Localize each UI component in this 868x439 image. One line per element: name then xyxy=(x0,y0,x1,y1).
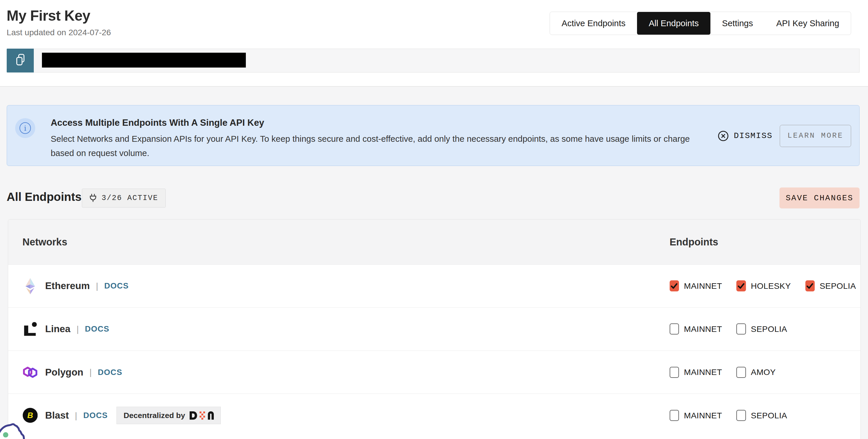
tab-bar: Active EndpointsAll EndpointsSettingsAPI… xyxy=(550,12,851,35)
endpoint-amoy: AMOY xyxy=(736,367,776,378)
endpoint-mainnet: MAINNET xyxy=(670,367,722,378)
endpoint-label: MAINNET xyxy=(684,367,722,377)
table-row-ethereum: Ethereum|DOCSMAINNETHOLESKYSEPOLIA xyxy=(8,265,861,307)
svg-text:B: B xyxy=(27,411,33,420)
endpoint-sepolia: SEPOLIA xyxy=(736,410,787,421)
linea-icon xyxy=(23,322,38,337)
docs-link[interactable]: DOCS xyxy=(104,281,129,291)
endpoint-label: MAINNET xyxy=(684,324,722,334)
separator: | xyxy=(89,367,92,377)
ethereum-icon xyxy=(23,277,38,295)
blast-icon: B xyxy=(23,408,38,423)
endpoint-label: SEPOLIA xyxy=(751,411,787,420)
dismiss-button[interactable]: DISMISS xyxy=(718,105,772,166)
table-header: Networks Endpoints xyxy=(8,220,861,265)
checkbox-sepolia-unchecked[interactable] xyxy=(736,410,746,421)
info-icon: i xyxy=(15,118,35,138)
checkbox-mainnet-checked[interactable] xyxy=(670,280,679,292)
endpoints-cell: MAINNETSEPOLIA xyxy=(670,394,787,437)
network-name: Linea xyxy=(45,324,70,335)
table-row-blast: BBlast|DOCSDecentralized byMAINNETSEPOLI… xyxy=(8,394,861,437)
chat-widget-icon[interactable] xyxy=(0,422,39,439)
endpoints-cell: MAINNETAMOY xyxy=(670,351,776,394)
banner-title: Access Multiple Endpoints With A Single … xyxy=(51,117,264,128)
network-name: Polygon xyxy=(45,367,83,378)
section-title: All Endpoints xyxy=(7,191,82,203)
tab-active-endpoints[interactable]: Active Endpoints xyxy=(550,12,637,35)
tab-settings[interactable]: Settings xyxy=(710,12,765,35)
dismiss-label: DISMISS xyxy=(734,131,772,141)
din-logo xyxy=(190,411,214,420)
separator: | xyxy=(75,410,77,421)
checkbox-sepolia-unchecked[interactable] xyxy=(736,324,746,335)
docs-link[interactable]: DOCS xyxy=(83,411,108,420)
column-header-endpoints: Endpoints xyxy=(670,236,718,247)
table-row-polygon: Polygon|DOCSMAINNETAMOY xyxy=(8,350,861,394)
banner-body: Select Networks and Expansion APIs for y… xyxy=(51,132,694,160)
dismiss-circle-x-icon xyxy=(718,130,729,141)
api-key-redacted-value xyxy=(42,53,246,68)
column-header-networks: Networks xyxy=(23,236,67,247)
endpoints-cell: MAINNETHOLESKYSEPOLIA xyxy=(670,265,856,307)
copy-api-key-button[interactable] xyxy=(7,48,34,72)
endpoints-table: Networks Endpoints Ethereum|DOCSMAINNETH… xyxy=(8,219,861,439)
endpoints-cell: MAINNETSEPOLIA xyxy=(670,308,787,350)
checkbox-sepolia-checked[interactable] xyxy=(805,280,815,292)
docs-link[interactable]: DOCS xyxy=(85,324,109,334)
badge-prefix: Decentralized by xyxy=(124,411,185,420)
endpoint-label: SEPOLIA xyxy=(820,281,856,291)
checkbox-mainnet-unchecked[interactable] xyxy=(670,324,679,335)
endpoint-label: MAINNET xyxy=(684,411,722,420)
polygon-icon xyxy=(23,365,38,379)
endpoint-label: SEPOLIA xyxy=(751,324,787,334)
table-row-linea: Linea|DOCSMAINNETSEPOLIA xyxy=(8,307,861,350)
endpoint-sepolia: SEPOLIA xyxy=(736,324,787,335)
endpoint-label: MAINNET xyxy=(684,281,722,291)
learn-more-button[interactable]: LEARN MORE xyxy=(780,125,851,147)
plug-icon xyxy=(89,194,97,202)
endpoint-mainnet: MAINNET xyxy=(670,324,722,335)
checkbox-amoy-unchecked[interactable] xyxy=(736,367,746,378)
endpoint-label: HOLESKY xyxy=(751,281,791,291)
save-changes-button[interactable]: SAVE CHANGES xyxy=(779,188,860,208)
network-name: Ethereum xyxy=(45,280,90,292)
endpoint-mainnet: MAINNET xyxy=(670,410,722,421)
info-banner: i Access Multiple Endpoints With A Singl… xyxy=(7,105,860,166)
endpoint-sepolia: SEPOLIA xyxy=(805,280,856,292)
last-updated-text: Last updated on 2024-07-26 xyxy=(7,28,111,37)
checkbox-holesky-checked[interactable] xyxy=(736,280,746,292)
separator: | xyxy=(76,324,79,334)
copy-icon xyxy=(14,53,26,68)
decentralized-by-badge: Decentralized by xyxy=(117,407,221,425)
tab-all-endpoints[interactable]: All Endpoints xyxy=(637,12,710,35)
endpoint-label: AMOY xyxy=(751,367,776,377)
docs-link[interactable]: DOCS xyxy=(98,368,122,377)
checkbox-mainnet-unchecked[interactable] xyxy=(670,367,679,378)
separator: | xyxy=(96,281,98,291)
endpoint-mainnet: MAINNET xyxy=(670,280,722,292)
network-name: Blast xyxy=(45,410,69,421)
checkbox-mainnet-unchecked[interactable] xyxy=(670,410,679,421)
active-endpoints-count-badge: 3/26 ACTIVE xyxy=(82,189,166,208)
page-title: My First Key xyxy=(7,7,90,24)
tab-api-key-sharing[interactable]: API Key Sharing xyxy=(765,12,851,35)
info-glyph: i xyxy=(24,124,27,132)
endpoint-holesky: HOLESKY xyxy=(736,280,791,292)
api-key-page: My First Key Last updated on 2024-07-26 … xyxy=(0,0,868,439)
table-rows: Ethereum|DOCSMAINNETHOLESKYSEPOLIALinea|… xyxy=(8,265,861,437)
active-count-label: 3/26 ACTIVE xyxy=(102,194,158,202)
